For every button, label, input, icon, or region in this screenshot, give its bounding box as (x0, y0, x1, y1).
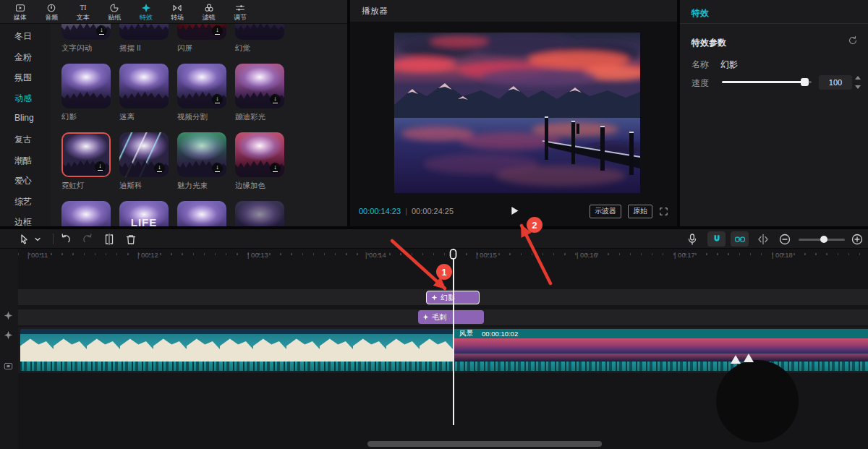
effect-thumbnail[interactable]: ↓ (177, 132, 226, 177)
toolbar-item-label: 音频 (45, 14, 58, 21)
magnet-snap-toggle[interactable] (707, 231, 726, 247)
effect-thumbnail[interactable]: ↓ (177, 64, 226, 108)
auto-link-toggle[interactable] (731, 231, 749, 247)
speed-stepper[interactable] (855, 76, 862, 89)
toolbar-item-media[interactable]: 媒体 (4, 0, 36, 23)
speed-value-box[interactable]: 100 (819, 75, 852, 90)
effect-thumbnail[interactable] (235, 201, 284, 226)
adjust-icon (235, 3, 245, 13)
effect-thumbnail[interactable] (61, 64, 111, 108)
film-frame (286, 329, 320, 362)
stepper-up-icon[interactable] (855, 76, 861, 80)
delete-icon[interactable] (124, 233, 137, 246)
effect-thumbnail[interactable]: ↓ (119, 132, 169, 177)
reset-icon[interactable] (848, 35, 858, 46)
toolbar-item-filter[interactable]: 滤镜 (193, 0, 225, 23)
toolbar-item-effects[interactable]: 特效 (130, 0, 162, 23)
film-frame (801, 338, 835, 362)
toolbar-item-audio[interactable]: 音频 (36, 0, 68, 23)
original-button[interactable]: 原始 (628, 205, 652, 218)
timeline: 00:1100:1200:1300:1400:1500:1600:1700:18… (0, 229, 868, 449)
effect-track-icon (4, 311, 13, 320)
undo-icon[interactable] (59, 233, 72, 246)
download-icon[interactable]: ↓ (95, 161, 106, 172)
effect-thumbnail[interactable] (119, 64, 169, 108)
category-item[interactable]: 潮酷 (14, 155, 32, 167)
download-icon[interactable]: ↓ (270, 163, 281, 174)
toolbar-item-label: 转场 (171, 14, 184, 21)
record-mic-icon[interactable] (686, 233, 699, 246)
category-item[interactable]: 金粉 (14, 51, 32, 64)
category-item[interactable]: 爱心 (14, 175, 32, 187)
zoom-in-icon[interactable] (851, 233, 864, 246)
effect-label: 文字闪动 (61, 43, 119, 54)
download-icon[interactable]: ↓ (270, 94, 281, 105)
toolbar-item-sticker[interactable]: 贴纸 (99, 0, 131, 23)
effect-thumbnail[interactable]: ↓ (177, 24, 226, 40)
download-icon[interactable]: ↓ (212, 163, 223, 174)
effects-icon (141, 3, 151, 13)
timeline-zoom-slider[interactable] (799, 239, 845, 241)
split-icon[interactable] (103, 233, 116, 246)
ruler-timestamp: 00:17 (674, 251, 695, 259)
player-controls: 00:00:14:23 | 00:00:24:25 示波器 原始 (350, 201, 677, 221)
oscilloscope-button[interactable]: 示波器 (590, 205, 621, 218)
audio-waveform (20, 362, 454, 371)
speed-slider[interactable] (722, 81, 812, 83)
play-button[interactable] (509, 205, 520, 217)
film-frame (153, 329, 187, 362)
effect-thumbnail[interactable]: ↓ (235, 64, 284, 108)
clip-duration: 00:00:10:02 (482, 330, 518, 338)
download-icon[interactable]: ↓ (154, 163, 165, 174)
effect-thumbnail[interactable] (119, 24, 169, 40)
speed-slider-handle[interactable] (801, 78, 809, 86)
effect-thumbnail[interactable]: ↓ (61, 132, 111, 177)
playhead-handle[interactable] (449, 249, 457, 260)
effect-thumbnail[interactable]: ↓ (61, 24, 111, 40)
effect-thumbnail[interactable] (235, 24, 284, 40)
stepper-down-icon[interactable] (855, 85, 861, 89)
select-tool-icon[interactable] (17, 233, 30, 246)
sticker-icon (109, 3, 119, 13)
category-item[interactable]: 氛围 (14, 72, 32, 84)
video-clip-beach[interactable] (20, 329, 454, 371)
video-clip-scenery[interactable]: 风景 00:00:10:02 (454, 329, 868, 371)
chevron-down-icon[interactable] (34, 233, 41, 246)
category-item[interactable]: 复古 (14, 134, 32, 146)
effect-thumbnail[interactable]: ↓ (235, 132, 284, 177)
download-icon[interactable]: ↓ (96, 25, 107, 36)
toolbar-item-text[interactable]: TI文本 (67, 0, 99, 23)
toolbar-item-transition[interactable]: 转场 (162, 0, 194, 23)
category-item[interactable]: Bling (14, 113, 34, 123)
category-item[interactable]: 冬日 (14, 30, 32, 43)
effect-thumbnail[interactable]: LIFE (119, 201, 169, 226)
effect-thumbnail[interactable] (177, 201, 226, 226)
timeline-zoom-handle[interactable] (820, 236, 827, 243)
redo-icon[interactable] (81, 233, 94, 246)
inspector-panel: 特效 特效参数 名称 幻影 速度 100 (680, 0, 868, 226)
effect-label: 迪斯科 (119, 181, 177, 191)
effect-clip-glitch[interactable]: 毛刺 (418, 310, 484, 324)
toolbar-item-adjust[interactable]: 调节 (225, 0, 257, 23)
category-item[interactable]: 动感 (14, 93, 32, 105)
fullscreen-icon[interactable] (659, 207, 668, 216)
speed-label: 速度 (692, 77, 709, 90)
download-icon[interactable]: ↓ (212, 94, 223, 105)
category-item[interactable]: 综艺 (14, 196, 32, 208)
horizontal-scrollbar[interactable] (367, 441, 602, 447)
effect-thumbnail[interactable] (61, 201, 111, 226)
preview-axis-icon[interactable] (757, 233, 770, 246)
tab-effects[interactable]: 特效 (692, 7, 709, 20)
time-separator: | (405, 207, 407, 215)
category-item[interactable]: 边框 (14, 216, 32, 228)
film-frame (697, 338, 731, 362)
film-frame (592, 338, 627, 362)
effect-label: 迷离 (119, 112, 177, 122)
toolbar-item-label: 调节 (234, 14, 247, 21)
zoom-out-icon[interactable] (778, 233, 791, 246)
effect-label: 摇摆 II (119, 43, 177, 54)
timeline-ruler[interactable]: 00:1100:1200:1300:1400:1500:1600:1700:18 (18, 249, 868, 262)
text-icon: TI (78, 3, 88, 13)
effect-label: 边缘加色 (235, 181, 293, 191)
download-icon[interactable]: ↓ (212, 25, 223, 36)
